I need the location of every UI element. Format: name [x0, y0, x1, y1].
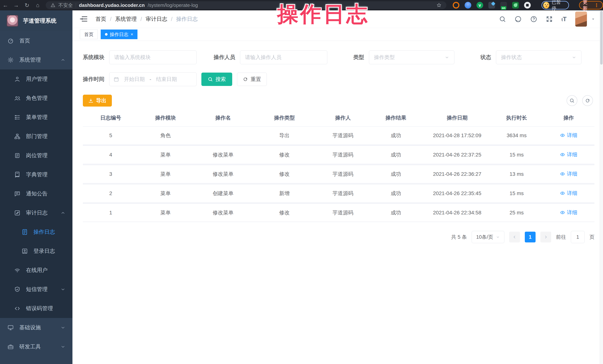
- sidebar-item-dev-tools[interactable]: 研发工具: [0, 337, 72, 356]
- page-number-1[interactable]: 1: [525, 232, 535, 243]
- row-separator: [83, 144, 594, 146]
- page-size-select[interactable]: 10条/页: [472, 231, 504, 243]
- search-button[interactable]: 搜索: [201, 73, 232, 86]
- status-select[interactable]: 操作状态: [496, 51, 581, 64]
- forward-icon[interactable]: →: [11, 2, 22, 8]
- page-scrollbar[interactable]: [600, 11, 603, 364]
- annotation-overlay: 操作日志: [277, 0, 369, 29]
- goto-label: 前往: [556, 234, 566, 240]
- audit-icon: [14, 210, 20, 216]
- sidebar-item-label: 用户管理: [26, 75, 47, 83]
- logo-avatar: [7, 15, 18, 27]
- github-icon[interactable]: [515, 16, 522, 23]
- sidebar-item-home[interactable]: 首页: [0, 31, 72, 50]
- avatar-caret-icon[interactable]: [591, 17, 595, 21]
- detail-link[interactable]: 详细: [560, 190, 577, 197]
- detail-link[interactable]: 详细: [560, 170, 577, 177]
- help-icon[interactable]: [530, 16, 537, 23]
- sidebar-item-online-users[interactable]: 在线用户: [0, 261, 72, 280]
- operator-input[interactable]: [240, 51, 327, 64]
- sidebar-item-user-management[interactable]: 用户管理: [0, 69, 72, 88]
- toggle-search-button[interactable]: [567, 95, 577, 106]
- extension-icon[interactable]: on: [500, 2, 507, 9]
- chevron-up-icon: [60, 210, 65, 215]
- sidebar-item-infrastructure[interactable]: 基础设施: [0, 318, 72, 337]
- extension-icon[interactable]: [453, 2, 459, 9]
- search-icon[interactable]: [499, 16, 506, 23]
- pagination: 共 5 条 10条/页 1 前往 页: [83, 231, 594, 243]
- next-page-button[interactable]: [540, 232, 551, 243]
- button-label: 搜索: [216, 76, 226, 83]
- cell-name: 修改菜单: [192, 171, 254, 178]
- extensions-puzzle-icon[interactable]: [524, 2, 531, 9]
- tag-close-icon[interactable]: ×: [131, 32, 133, 37]
- tag-operate-log[interactable]: 操作日志 ×: [101, 30, 138, 39]
- breadcrumb-item[interactable]: 审计日志: [146, 15, 167, 23]
- sidebar-item-label: 操作日志: [34, 228, 55, 236]
- extension-icon[interactable]: [464, 2, 471, 9]
- update-button[interactable]: 更新 ⋮: [579, 1, 603, 10]
- sidebar-item-dict-management[interactable]: 字典管理: [0, 165, 72, 184]
- column-header: 操作: [540, 114, 597, 121]
- sidebar-item-sms-management[interactable]: 短信管理: [0, 280, 72, 299]
- tag-home[interactable]: 首页: [80, 30, 98, 39]
- extension-icon[interactable]: [512, 2, 519, 9]
- address-bar[interactable]: 不安全 dashboard.yudao.iocoder.cn /system/l…: [46, 1, 446, 9]
- cell-module: 菜单: [139, 190, 192, 197]
- browser-menu-icon[interactable]: ⋮: [594, 2, 599, 8]
- profile-paused-pill[interactable]: 已暂停: [542, 1, 569, 10]
- search-icon: [208, 77, 213, 82]
- user-avatar[interactable]: [575, 11, 587, 27]
- scrollbar-thumb[interactable]: [600, 11, 603, 65]
- cell-result: 成功: [371, 151, 421, 158]
- sidebar-item-role-management[interactable]: 角色管理: [0, 88, 72, 108]
- page-size-value: 10条/页: [476, 234, 493, 240]
- cell-module: 菜单: [139, 209, 192, 216]
- breadcrumb-item[interactable]: 首页: [95, 15, 106, 23]
- detail-link[interactable]: 详细: [560, 151, 577, 158]
- font-size-icon[interactable]: ttTT: [561, 16, 567, 23]
- cell-name: 创建菜单: [192, 190, 254, 197]
- dept-icon: [14, 133, 20, 140]
- sidebar-item-audit-log[interactable]: 审计日志: [0, 203, 72, 222]
- cell-module: 菜单: [139, 171, 192, 178]
- refresh-table-button[interactable]: [582, 95, 593, 106]
- export-button[interactable]: 导出: [83, 95, 112, 107]
- select-placeholder: 操作类型: [374, 54, 395, 61]
- extension-icon[interactable]: v: [476, 2, 483, 9]
- breadcrumb-item[interactable]: 系统管理: [115, 15, 137, 23]
- url-path: /system/log/operate-log: [148, 2, 198, 8]
- back-icon[interactable]: ←: [0, 2, 11, 8]
- fullscreen-icon[interactable]: [546, 16, 553, 23]
- sidebar-item-operate-log[interactable]: 操作日志: [0, 222, 72, 242]
- reload-icon[interactable]: ↻: [22, 2, 32, 9]
- module-input[interactable]: [109, 51, 197, 64]
- sidebar-item-menu-management[interactable]: 菜单管理: [0, 108, 72, 127]
- online-icon: [14, 267, 20, 273]
- reset-button[interactable]: 重置: [237, 73, 267, 86]
- cell-id: 4: [83, 152, 139, 158]
- bookmark-star-icon[interactable]: [436, 3, 441, 8]
- sidebar-item-login-log[interactable]: 登录日志: [0, 242, 72, 261]
- cell-operator: 芋道源码: [315, 171, 371, 178]
- cell-operator: 芋道源码: [315, 132, 371, 139]
- home-icon[interactable]: ⌂: [32, 2, 43, 8]
- goto-page-input[interactable]: [571, 231, 585, 243]
- date-range-picker[interactable]: 开始日期 - 结束日期: [109, 72, 197, 86]
- sidebar-item-dept-management[interactable]: 部门管理: [0, 127, 72, 146]
- sidebar-item-system-management[interactable]: 系统管理: [0, 50, 72, 69]
- hamburger-icon[interactable]: [80, 16, 87, 22]
- sidebar-item-label: 基础设施: [19, 324, 41, 331]
- eye-icon: [560, 133, 565, 138]
- sidebar-item-post-management[interactable]: 岗位管理: [0, 146, 72, 165]
- sidebar-logo[interactable]: 芋道管理系统: [0, 11, 72, 31]
- detail-link[interactable]: 详细: [560, 132, 577, 139]
- sidebar-item-error-code-management[interactable]: 错误码管理: [0, 299, 72, 318]
- breadcrumb-item: 操作日志: [176, 15, 198, 23]
- extension-icon[interactable]: [488, 2, 495, 9]
- detail-link[interactable]: 详细: [560, 209, 577, 216]
- type-select[interactable]: 操作类型: [369, 51, 454, 64]
- prev-page-button[interactable]: [509, 232, 520, 243]
- sidebar-item-notice-announcement[interactable]: 通知公告: [0, 184, 72, 203]
- button-label: 导出: [96, 97, 106, 104]
